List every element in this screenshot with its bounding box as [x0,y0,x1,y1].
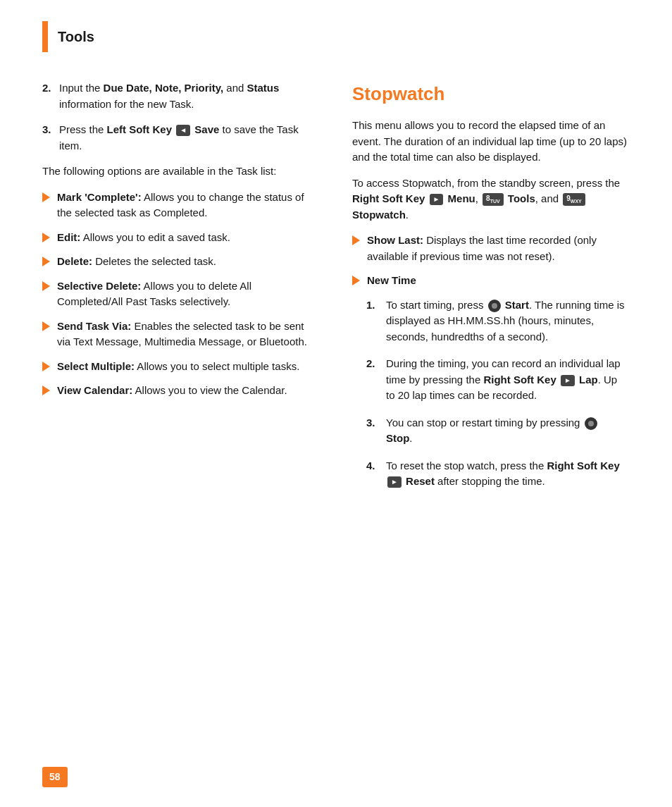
arrow-icon [42,321,50,331]
stopwatch-title: Stopwatch [352,80,627,108]
right-column: Stopwatch This menu allows you to record… [352,80,627,501]
sub-step-2-content: During the timing, you can record an ind… [386,356,627,404]
step-2-number: 2. [42,80,55,97]
right-soft-key-icon: ► [430,194,444,205]
tools-icon: 8TUV [483,193,504,206]
tools-label: Tools [508,192,535,204]
show-last-label: Show Last: [367,234,423,246]
new-time-option: New Time [367,273,416,289]
options-intro: The following options are available in t… [42,164,317,180]
sub-step-1-content: To start timing, press Start. The runnin… [386,297,627,345]
arrow-icon [42,362,50,371]
options-list: Mark 'Complete': Allows you to change th… [42,190,317,399]
list-item: Delete: Deletes the selected task. [42,254,317,270]
show-last-option: Show Last: Displays the last time record… [367,233,627,264]
option-delete-label: Delete: [57,255,92,267]
arrow-icon [42,233,50,242]
step-2-content: Input the Due Date, Note, Priority, and … [59,80,317,112]
right-soft-key-icon-2: ► [561,375,575,386]
sub-step-3-num: 3. [366,415,380,431]
step-3-number: 3. [42,122,55,138]
option-mark-complete: Mark 'Complete': Allows you to change th… [57,190,317,221]
arrow-icon [352,276,360,285]
list-item: New Time [352,273,627,289]
header-accent: Tools [42,21,630,52]
right-soft-key-label: Right Soft Key [352,192,425,204]
sub-step-2-num: 2. [366,356,380,372]
step-2-bold: Due Date, Note, Priority, [104,82,224,94]
option-select-multiple-label: Select Multiple: [57,360,135,372]
option-select-multiple: Select Multiple: Allows you to select mu… [57,359,299,375]
list-item: View Calendar: Allows you to view the Ca… [42,383,317,399]
arrow-icon [42,281,50,291]
stopwatch-options-list: Show Last: Displays the last time record… [352,233,627,289]
list-item: Mark 'Complete': Allows you to change th… [42,190,317,221]
stopwatch-intro: This menu allows you to record the elaps… [352,118,627,166]
list-item: Select Multiple: Allows you to select mu… [42,359,317,375]
list-item: 2. During the timing, you can record an … [366,356,627,404]
step-2: 2. Input the Due Date, Note, Priority, a… [42,80,317,112]
list-item: Show Last: Displays the last time record… [352,233,627,264]
reset-label: Reset [406,475,435,487]
step-3-leftkey: Left Soft Key [107,123,173,135]
lap-label: Lap [579,374,598,386]
step-3-content: Press the Left Soft Key ◄ Save to save t… [59,122,317,154]
option-send-task-label: Send Task Via: [57,320,131,332]
new-time-label: New Time [367,274,416,286]
list-item: Send Task Via: Enables the selected task… [42,319,317,350]
right-soft-key-label-2: Right Soft Key [483,374,556,386]
stop-button-icon [585,417,597,430]
sub-step-4-content: To reset the stop watch, press the Right… [386,458,627,490]
stopwatch-icon: 9WXY [563,193,585,206]
stopwatch-nav-label: Stopwatch [352,209,406,221]
stop-label: Stop [386,432,409,444]
left-column: 2. Input the Due Date, Note, Priority, a… [42,80,317,501]
step-2-status: Status [247,82,280,94]
stopwatch-access: To access Stopwatch, from the standby sc… [352,175,627,223]
arrow-icon [42,192,50,202]
page-container: Tools 2. Input the Due Date, Note, Prior… [0,0,672,807]
list-item: Edit: Allows you to edit a saved task. [42,230,317,246]
option-view-calendar: View Calendar: Allows you to view the Ca… [57,383,287,399]
new-time-steps: 1. To start timing, press Start. The run… [366,297,627,490]
option-edit: Edit: Allows you to edit a saved task. [57,230,230,246]
step-3: 3. Press the Left Soft Key ◄ Save to sav… [42,122,317,154]
arrow-icon [42,386,50,395]
list-item: Selective Delete: Allows you to delete A… [42,278,317,310]
option-send-task: Send Task Via: Enables the selected task… [57,319,317,350]
right-soft-key-icon-3: ► [387,476,402,488]
arrow-icon [42,257,50,266]
sub-step-3-content: You can stop or restart timing by pressi… [386,415,627,447]
list-item: 1. To start timing, press Start. The run… [366,297,627,345]
page-number: 58 [42,767,68,787]
option-edit-label: Edit: [57,231,80,243]
option-selective-delete-label: Selective Delete: [57,280,141,292]
list-item: 3. You can stop or restart timing by pre… [366,415,627,447]
content-columns: 2. Input the Due Date, Note, Priority, a… [42,80,630,501]
left-soft-key-icon: ◄ [176,125,190,136]
right-soft-key-label-3: Right Soft Key [547,460,619,472]
start-button-icon [488,300,501,312]
arrow-icon [352,235,360,245]
sub-step-4-num: 4. [366,458,380,474]
option-view-calendar-label: View Calendar: [57,384,132,396]
orange-bar-icon [42,21,48,52]
option-selective-delete: Selective Delete: Allows you to delete A… [57,278,317,310]
start-label: Start [505,299,529,311]
option-delete: Delete: Deletes the selected task. [57,254,216,270]
page-title: Tools [58,26,94,47]
list-item: 4. To reset the stop watch, press the Ri… [366,458,627,490]
step-3-save: Save [194,123,219,135]
menu-label: Menu [448,192,475,204]
sub-step-1-num: 1. [366,297,380,314]
option-mark-complete-label: Mark 'Complete': [57,191,142,203]
